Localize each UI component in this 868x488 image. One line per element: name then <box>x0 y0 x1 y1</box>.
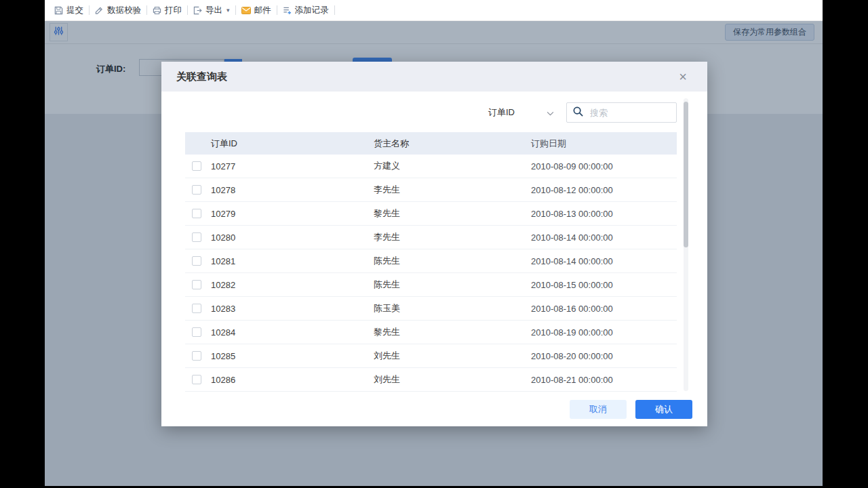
toolbar-item-label: 添加记录 <box>295 5 329 16</box>
scrollbar-thumb[interactable] <box>684 102 688 247</box>
relation-query-dialog: 关联查询表 × 订单ID 订单ID 货主名称 订购日期 10277 方建义 20… <box>161 62 707 426</box>
row-date: 2010-08-12 00:00:00 <box>524 185 677 195</box>
row-checkbox[interactable] <box>192 185 201 195</box>
search-input[interactable] <box>589 107 671 119</box>
table-row[interactable]: 10278 李先生 2010-08-12 00:00:00 <box>185 178 677 202</box>
toolbar-item-5[interactable]: 添加记录 <box>277 5 334 16</box>
row-owner: 方建义 <box>367 160 524 172</box>
scrollbar-track[interactable] <box>684 98 688 391</box>
table-header: 订单ID 货主名称 订购日期 <box>185 132 677 155</box>
table-row[interactable]: 10283 陈玉美 2010-08-16 00:00:00 <box>185 297 677 321</box>
table-row[interactable]: 10279 黎先生 2010-08-13 00:00:00 <box>185 202 677 226</box>
row-owner: 刘先生 <box>367 373 524 386</box>
search-box <box>566 102 677 123</box>
table-row[interactable]: 10277 方建义 2010-08-09 00:00:00 <box>185 155 677 178</box>
column-header-owner: 货主名称 <box>367 138 524 150</box>
row-checkbox[interactable] <box>192 327 201 337</box>
toolbar-item-0[interactable]: 提交 <box>49 5 89 16</box>
top-toolbar: 提交数据校验打印导出▾邮件添加记录 <box>45 0 823 21</box>
query-table: 订单ID 货主名称 订购日期 10277 方建义 2010-08-09 00:0… <box>185 132 677 392</box>
row-owner: 陈先生 <box>367 255 524 267</box>
row-date: 2010-08-16 00:00:00 <box>524 304 677 314</box>
chevron-down-icon <box>547 108 554 118</box>
dialog-header: 关联查询表 × <box>161 62 707 92</box>
row-date: 2010-08-20 00:00:00 <box>524 351 677 361</box>
row-checkbox[interactable] <box>192 304 201 313</box>
toolbar-item-label: 导出 <box>205 5 222 16</box>
add-record-icon <box>283 6 292 15</box>
row-checkbox[interactable] <box>192 256 201 266</box>
search-field-value: 订单ID <box>488 106 515 119</box>
search-row: 订单ID <box>161 102 677 123</box>
toolbar-divider <box>334 5 335 15</box>
toolbar-item-1[interactable]: 数据校验 <box>90 5 146 16</box>
row-checkbox[interactable] <box>192 161 201 171</box>
row-date: 2010-08-21 00:00:00 <box>524 375 677 385</box>
row-date: 2010-08-19 00:00:00 <box>524 327 677 338</box>
row-owner: 李先生 <box>367 184 524 196</box>
row-owner: 陈玉美 <box>367 302 524 314</box>
row-order-id: 10284 <box>204 327 367 338</box>
row-checkbox[interactable] <box>192 375 201 384</box>
row-owner: 黎先生 <box>367 207 524 220</box>
table-row[interactable]: 10282 陈先生 2010-08-15 00:00:00 <box>185 273 677 297</box>
table-row[interactable]: 10281 陈先生 2010-08-14 00:00:00 <box>185 249 677 273</box>
row-checkbox[interactable] <box>192 280 201 289</box>
validate-icon <box>95 6 104 15</box>
toolbar-item-4[interactable]: 邮件 <box>236 5 277 16</box>
row-order-id: 10283 <box>204 304 367 314</box>
row-owner: 李先生 <box>367 231 524 243</box>
row-order-id: 10277 <box>204 161 367 171</box>
table-row[interactable]: 10280 李先生 2010-08-14 00:00:00 <box>185 226 677 249</box>
table-row[interactable]: 10285 刘先生 2010-08-20 00:00:00 <box>185 344 677 368</box>
column-header-order-id: 订单ID <box>204 138 367 150</box>
table-body: 10277 方建义 2010-08-09 00:00:00 10278 李先生 … <box>185 155 677 392</box>
toolbar-item-label: 提交 <box>66 5 83 16</box>
row-order-id: 10278 <box>204 185 367 195</box>
toolbar-item-label: 邮件 <box>254 5 271 16</box>
row-order-id: 10286 <box>204 375 367 385</box>
search-field-select[interactable]: 订单ID <box>488 106 556 119</box>
mail-icon <box>241 7 251 14</box>
export-icon <box>193 6 202 15</box>
row-order-id: 10279 <box>204 209 367 219</box>
row-order-id: 10281 <box>204 256 367 266</box>
row-order-id: 10282 <box>204 280 367 290</box>
close-icon[interactable]: × <box>679 70 687 83</box>
confirm-button[interactable]: 确认 <box>635 400 692 419</box>
row-owner: 陈先生 <box>367 279 524 291</box>
cancel-button[interactable]: 取消 <box>570 400 627 419</box>
dialog-footer: 取消 确认 <box>161 392 707 426</box>
column-header-date: 订购日期 <box>524 138 677 150</box>
row-owner: 刘先生 <box>367 350 524 362</box>
table-row[interactable]: 10284 黎先生 2010-08-19 00:00:00 <box>185 321 677 344</box>
row-date: 2010-08-13 00:00:00 <box>524 209 677 219</box>
row-checkbox[interactable] <box>192 351 201 361</box>
row-order-id: 10285 <box>204 351 367 361</box>
toolbar-item-label: 打印 <box>165 5 182 16</box>
row-checkbox[interactable] <box>192 209 201 218</box>
dialog-title: 关联查询表 <box>176 70 227 83</box>
table-row[interactable]: 10286 刘先生 2010-08-21 00:00:00 <box>185 368 677 392</box>
toolbar-item-3[interactable]: 导出▾ <box>188 5 235 16</box>
caret-down-icon: ▾ <box>226 7 230 14</box>
row-order-id: 10280 <box>204 232 367 243</box>
save-icon <box>54 6 63 15</box>
toolbar-item-label: 数据校验 <box>107 5 141 16</box>
toolbar-item-2[interactable]: 打印 <box>147 5 187 16</box>
search-icon <box>572 106 584 120</box>
row-date: 2010-08-15 00:00:00 <box>524 280 677 290</box>
row-owner: 黎先生 <box>367 326 524 338</box>
row-date: 2010-08-14 00:00:00 <box>524 256 677 266</box>
row-checkbox[interactable] <box>192 232 201 242</box>
print-icon <box>153 6 161 15</box>
row-date: 2010-08-14 00:00:00 <box>524 232 677 243</box>
row-date: 2010-08-09 00:00:00 <box>524 161 677 171</box>
